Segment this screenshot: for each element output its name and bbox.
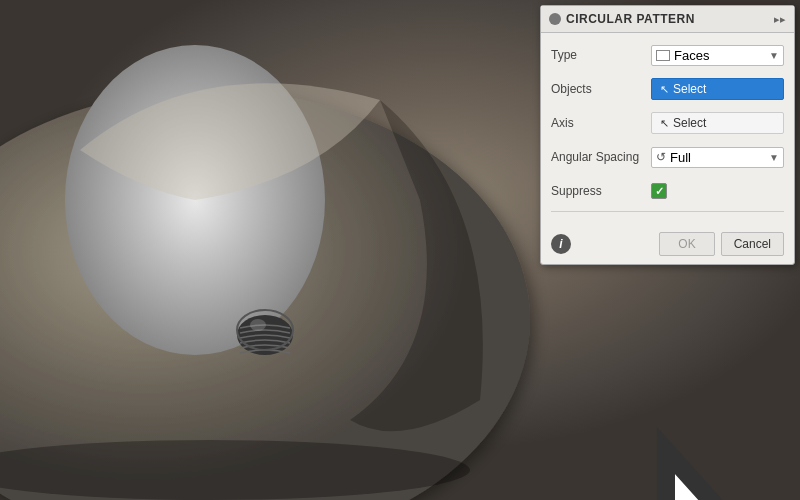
info-button[interactable]: i bbox=[551, 234, 571, 254]
type-dropdown-inner: Faces bbox=[656, 48, 709, 63]
type-dropdown[interactable]: Faces ▼ bbox=[651, 45, 784, 66]
objects-select-label: Select bbox=[673, 82, 706, 96]
type-label: Type bbox=[551, 48, 651, 62]
suppress-row: Suppress ✓ bbox=[551, 177, 784, 205]
axis-control: ↖ Select bbox=[651, 112, 784, 134]
type-row: Type Faces ▼ bbox=[551, 41, 784, 69]
panel-header: CIRCULAR PATTERN ▸▸ bbox=[541, 6, 794, 33]
axis-select-button[interactable]: ↖ Select bbox=[651, 112, 784, 134]
faces-icon bbox=[656, 50, 670, 61]
objects-row: Objects ↖ Select bbox=[551, 75, 784, 103]
expand-arrows-icon[interactable]: ▸▸ bbox=[774, 13, 786, 26]
suppress-control: ✓ bbox=[651, 183, 784, 199]
checkmark-icon: ✓ bbox=[655, 186, 664, 197]
angular-spacing-value: Full bbox=[670, 150, 691, 165]
panel-divider bbox=[551, 211, 784, 212]
svg-point-5 bbox=[250, 319, 266, 331]
type-dropdown-arrow: ▼ bbox=[769, 50, 779, 61]
footer-buttons: OK Cancel bbox=[659, 232, 784, 256]
type-value: Faces bbox=[674, 48, 709, 63]
objects-label: Objects bbox=[551, 82, 651, 96]
angular-spacing-control: ↺ Full ▼ bbox=[651, 147, 784, 168]
angular-spacing-dropdown[interactable]: ↺ Full ▼ bbox=[651, 147, 784, 168]
type-control: Faces ▼ bbox=[651, 45, 784, 66]
angular-spacing-label: Angular Spacing bbox=[551, 150, 651, 164]
cancel-button[interactable]: Cancel bbox=[721, 232, 784, 256]
objects-select-button[interactable]: ↖ Select bbox=[651, 78, 784, 100]
spacing-dropdown-arrow: ▼ bbox=[769, 152, 779, 163]
axis-row: Axis ↖ Select bbox=[551, 109, 784, 137]
rotate-icon: ↺ bbox=[656, 150, 666, 164]
axis-label: Axis bbox=[551, 116, 651, 130]
axis-select-label: Select bbox=[673, 116, 706, 130]
suppress-checkbox[interactable]: ✓ bbox=[651, 183, 667, 199]
panel-title: CIRCULAR PATTERN bbox=[566, 12, 695, 26]
panel-icon bbox=[549, 13, 561, 25]
ok-button[interactable]: OK bbox=[659, 232, 714, 256]
panel-footer: i OK Cancel bbox=[541, 226, 794, 264]
panel-header-left: CIRCULAR PATTERN bbox=[549, 12, 695, 26]
circular-pattern-panel: CIRCULAR PATTERN ▸▸ Type Faces ▼ Objects bbox=[540, 5, 795, 265]
angular-spacing-row: Angular Spacing ↺ Full ▼ bbox=[551, 143, 784, 171]
cursor-icon-axis: ↖ bbox=[660, 117, 669, 130]
spacing-inner: ↺ Full bbox=[656, 150, 691, 165]
panel-body: Type Faces ▼ Objects ↖ Select bbox=[541, 33, 794, 226]
objects-control: ↖ Select bbox=[651, 78, 784, 100]
suppress-label: Suppress bbox=[551, 184, 651, 198]
cursor-icon-objects: ↖ bbox=[660, 83, 669, 96]
info-icon: i bbox=[559, 237, 562, 251]
